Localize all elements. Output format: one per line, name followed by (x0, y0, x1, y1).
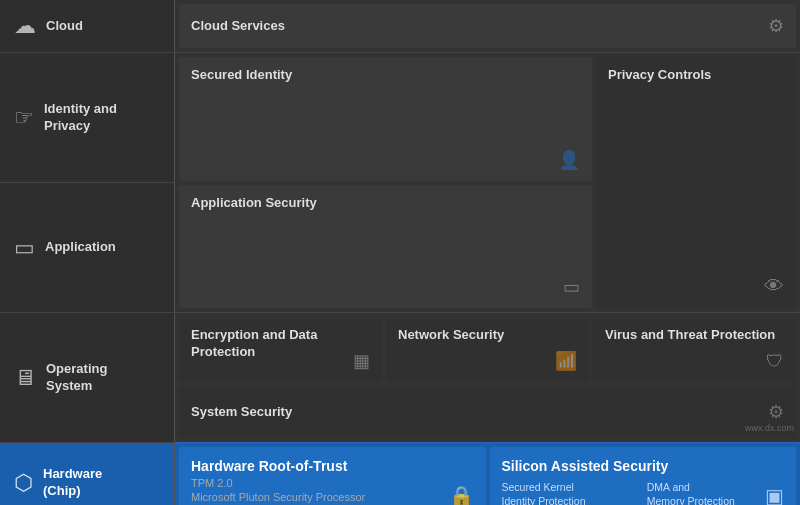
secured-identity-icon: 👤 (558, 149, 580, 171)
identity-label-text: Identity andPrivacy (44, 101, 117, 135)
virus-title: Virus and Threat Protection (605, 327, 784, 344)
network-title: Network Security (398, 327, 577, 344)
virus-icon: 🛡 (766, 351, 784, 372)
secured-identity-card[interactable]: Secured Identity 👤 (179, 57, 592, 181)
hardware-label-text: Hardware(Chip) (43, 466, 102, 500)
system-security-title: System Security (191, 404, 292, 421)
silicon-sub-3: Identity Protection (502, 495, 639, 505)
silicon-card[interactable]: Silicon Assisted Security Secured Kernel… (490, 447, 797, 505)
privacy-controls-title: Privacy Controls (608, 67, 784, 84)
cloud-label-text: Cloud (46, 18, 83, 35)
operating-icon: 🖥 (14, 365, 36, 391)
application-row-label: ▭ Application (0, 182, 175, 312)
hardware-row-label: ⬡ Hardware(Chip) (0, 442, 175, 505)
silicon-sub-4: Memory Protection (647, 495, 784, 505)
operating-label-text: OperatingSystem (46, 361, 107, 395)
privacy-controls-icon: 👁 (764, 275, 784, 298)
identity-row-label: ☞ Identity andPrivacy (0, 52, 175, 182)
hardware-root-icon: 🔒 (449, 484, 474, 505)
application-label-text: Application (45, 239, 116, 256)
hardware-root-pluton: Microsoft Pluton Security Processor (191, 491, 474, 503)
encryption-title: Encryption and Data Protection (191, 327, 370, 361)
application-icon: ▭ (14, 235, 35, 261)
cloud-row-label: ☁ Cloud (0, 0, 175, 52)
silicon-sub-2: DMA and (647, 481, 784, 493)
cloud-services-title: Cloud Services (191, 18, 285, 35)
network-icon: 📶 (555, 350, 577, 372)
hardware-root-title: Hardware Root-of-Trust (191, 457, 474, 475)
os-top-row: Encryption and Data Protection ▦ Network… (179, 317, 796, 382)
encryption-icon: ▦ (353, 350, 370, 372)
hardware-icon: ⬡ (14, 470, 33, 496)
app-security-icon: ▭ (563, 276, 580, 298)
app-security-title: Application Security (191, 195, 580, 212)
cloud-icon: ☁ (14, 13, 36, 39)
system-security-icon: ⚙ (768, 401, 784, 423)
hardware-content-area: Hardware Root-of-Trust TPM 2.0 Microsoft… (175, 442, 800, 505)
hardware-root-card[interactable]: Hardware Root-of-Trust TPM 2.0 Microsoft… (179, 447, 486, 505)
network-card[interactable]: Network Security 📶 (386, 317, 589, 382)
app-security-card[interactable]: Application Security ▭ (179, 185, 592, 309)
cloud-services-card[interactable]: Cloud Services ⚙ (179, 4, 796, 48)
cloud-services-icon: ⚙ (768, 15, 784, 37)
system-security-card[interactable]: System Security ⚙ (179, 386, 796, 438)
os-content-area: Encryption and Data Protection ▦ Network… (175, 312, 800, 442)
silicon-title: Silicon Assisted Security (502, 457, 785, 475)
silicon-sub-1: Secured Kernel (502, 481, 639, 493)
cloud-content-area: Cloud Services ⚙ (175, 0, 800, 52)
operating-row-label: 🖥 OperatingSystem (0, 312, 175, 442)
virus-card[interactable]: Virus and Threat Protection 🛡 (593, 317, 796, 382)
privacy-controls-card[interactable]: Privacy Controls 👁 (596, 57, 796, 308)
identity-icon: ☞ (14, 105, 34, 131)
silicon-icon: ▣ (765, 484, 784, 505)
encryption-card[interactable]: Encryption and Data Protection ▦ (179, 317, 382, 382)
identity-application-content: Secured Identity 👤 Application Security … (175, 52, 800, 312)
watermark: wwx.dx.com (745, 423, 794, 433)
silicon-sub-items: Secured Kernel DMA and Identity Protecti… (502, 481, 785, 505)
secured-identity-title: Secured Identity (191, 67, 580, 84)
hardware-root-tpm: TPM 2.0 (191, 477, 474, 489)
